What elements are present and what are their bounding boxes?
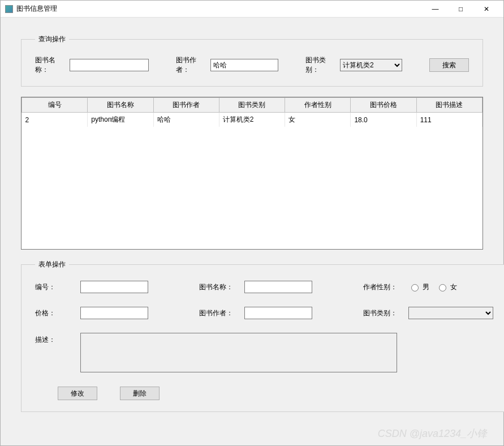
table-row[interactable]: 2 python编程 哈哈 计算机类2 女 18.0 111 — [22, 113, 483, 127]
close-button[interactable]: ✕ — [473, 1, 499, 17]
form-desc-textarea[interactable] — [80, 333, 397, 372]
form-group-title: 表单操作 — [35, 260, 69, 269]
col-id[interactable]: 编号 — [22, 98, 88, 113]
col-desc[interactable]: 图书描述 — [416, 98, 482, 113]
form-author-input[interactable] — [244, 307, 312, 319]
form-id-input[interactable] — [80, 281, 148, 293]
window-title: 图书信息管理 — [16, 4, 57, 14]
form-category-label: 图书类别： — [363, 308, 408, 318]
search-group-title: 查询操作 — [35, 35, 69, 44]
app-window: 图书信息管理 — □ ✕ 查询操作 图书名称： 图书作者： 图书类别： 计算机类… — [0, 0, 504, 446]
maximize-icon: □ — [459, 5, 463, 13]
form-gender-label: 作者性别： — [363, 282, 408, 292]
form-price-input[interactable] — [80, 307, 148, 319]
app-icon — [5, 5, 13, 13]
search-author-label: 图书作者： — [176, 55, 207, 75]
cell-id: 2 — [22, 113, 88, 127]
form-name-input[interactable] — [244, 281, 312, 293]
results-table-container[interactable]: 编号 图书名称 图书作者 图书类别 作者性别 图书价格 图书描述 2 pytho… — [21, 97, 483, 250]
cell-author: 哈哈 — [153, 113, 219, 127]
form-desc-label: 描述： — [35, 333, 80, 345]
table-header-row: 编号 图书名称 图书作者 图书类别 作者性别 图书价格 图书描述 — [22, 98, 483, 113]
search-category-select[interactable]: 计算机类2 — [340, 59, 402, 71]
gender-female-radio[interactable] — [439, 284, 446, 291]
title-bar: 图书信息管理 — □ ✕ — [1, 1, 503, 18]
delete-button[interactable]: 删除 — [120, 387, 160, 400]
col-price[interactable]: 图书价格 — [351, 98, 416, 113]
minimize-icon: — — [432, 5, 439, 13]
maximize-button[interactable]: □ — [448, 1, 473, 17]
gender-female-option[interactable]: 女 — [436, 282, 457, 292]
cell-category: 计算机类2 — [219, 113, 285, 127]
search-group: 查询操作 图书名称： 图书作者： 图书类别： 计算机类2 搜索 — [21, 35, 483, 87]
search-button[interactable]: 搜索 — [429, 58, 469, 72]
search-name-label: 图书名称： — [35, 55, 66, 75]
col-name[interactable]: 图书名称 — [88, 98, 153, 113]
modify-button[interactable]: 修改 — [58, 387, 97, 400]
col-author[interactable]: 图书作者 — [153, 98, 219, 113]
search-name-input[interactable] — [70, 59, 149, 71]
col-gender[interactable]: 作者性别 — [285, 98, 351, 113]
form-category-select[interactable] — [408, 307, 493, 319]
gender-male-radio[interactable] — [411, 284, 419, 291]
search-category-label: 图书类别： — [305, 55, 337, 75]
cell-gender: 女 — [285, 113, 351, 127]
search-author-input[interactable] — [210, 59, 278, 71]
form-group: 表单操作 编号： 图书名称： 作者性别： 男 女 价格： 图书作者： — [21, 260, 504, 412]
client-area: 查询操作 图书名称： 图书作者： 图书类别： 计算机类2 搜索 — [1, 18, 503, 445]
close-icon: ✕ — [484, 5, 489, 13]
results-table: 编号 图书名称 图书作者 图书类别 作者性别 图书价格 图书描述 2 pytho… — [21, 97, 483, 127]
gender-male-option[interactable]: 男 — [408, 282, 429, 292]
col-category[interactable]: 图书类别 — [219, 98, 285, 113]
cell-price: 18.0 — [351, 113, 416, 127]
cell-name: python编程 — [88, 113, 153, 127]
form-id-label: 编号： — [35, 282, 80, 292]
form-price-label: 价格： — [35, 308, 80, 318]
cell-desc: 111 — [416, 113, 482, 127]
form-name-label: 图书名称： — [199, 282, 244, 292]
minimize-button[interactable]: — — [423, 1, 448, 17]
form-author-label: 图书作者： — [199, 308, 244, 318]
